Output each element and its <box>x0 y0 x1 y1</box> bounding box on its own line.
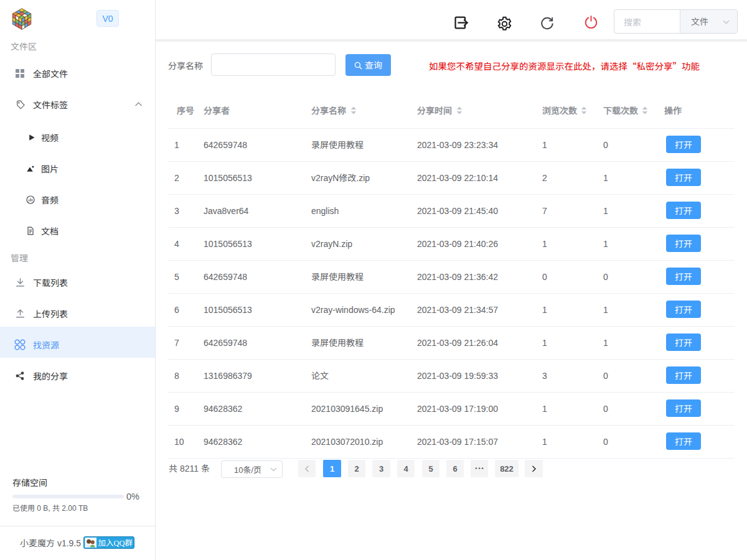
svg-text:加入QQ群: 加入QQ群 <box>98 536 133 548</box>
